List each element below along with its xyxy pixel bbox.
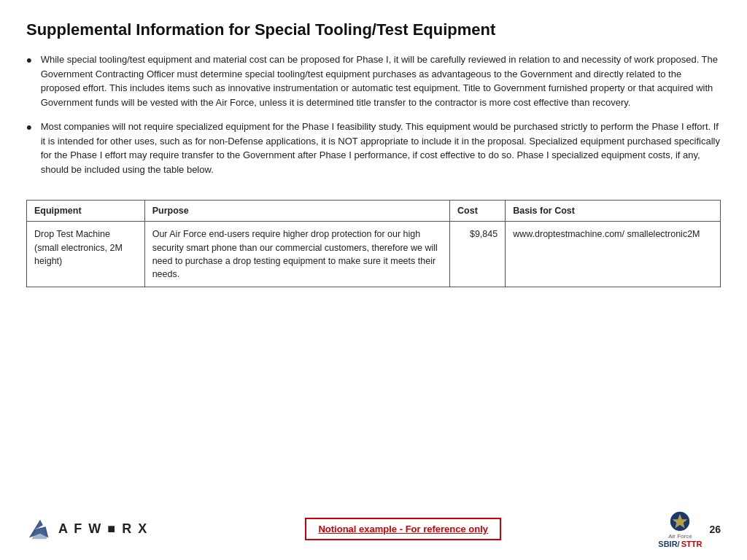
page-container: Supplemental Information for Special Too… xyxy=(0,0,747,560)
equipment-table: Equipment Purpose Cost Basis for Cost Dr… xyxy=(26,200,721,287)
bullet-dot-2: • xyxy=(26,117,32,139)
col-header-cost: Cost xyxy=(450,201,506,222)
sttr-text: STTR xyxy=(681,540,703,548)
list-item: • Most companies will not require specia… xyxy=(26,120,721,176)
bullet-dot-1: • xyxy=(26,50,32,72)
page-number: 26 xyxy=(709,524,721,535)
af-label: Air Force xyxy=(668,533,692,540)
table-row: Drop Test Machine (small electronics, 2M… xyxy=(27,222,721,287)
cell-cost: $9,845 xyxy=(450,222,506,287)
afwerx-logo: A F W ■ R X xyxy=(26,516,148,543)
footer: A F W ■ R X Notional example - For refer… xyxy=(26,504,721,548)
afwerx-wing-icon xyxy=(26,516,54,543)
afwerx-brand-text: A F W ■ R X xyxy=(58,521,148,537)
bullet-list: • While special tooling/test equipment a… xyxy=(26,52,721,187)
bullet-text-1: While special tooling/test equipment and… xyxy=(41,52,721,109)
af-eagle-icon xyxy=(668,510,692,533)
footer-right: Air Force SBIR/STTR 26 xyxy=(658,510,721,548)
notional-label: Notional example - For reference only xyxy=(305,518,501,540)
cell-equipment: Drop Test Machine (small electronics, 2M… xyxy=(27,222,145,287)
page-title: Supplemental Information for Special Too… xyxy=(26,20,721,39)
col-header-basis: Basis for Cost xyxy=(506,201,721,222)
sbir-sttr-logo: Air Force SBIR/STTR xyxy=(658,510,702,548)
col-header-purpose: Purpose xyxy=(144,201,449,222)
sbir-text: SBIR/ xyxy=(658,540,679,548)
col-header-equipment: Equipment xyxy=(27,201,145,222)
cell-basis: www.droptestmachine.com/ smallelectronic… xyxy=(506,222,721,287)
bullet-text-2: Most companies will not require speciali… xyxy=(41,120,721,176)
list-item: • While special tooling/test equipment a… xyxy=(26,52,721,109)
table-header-row: Equipment Purpose Cost Basis for Cost xyxy=(27,201,721,222)
cell-purpose: Our Air Force end-users require higher d… xyxy=(144,222,449,287)
